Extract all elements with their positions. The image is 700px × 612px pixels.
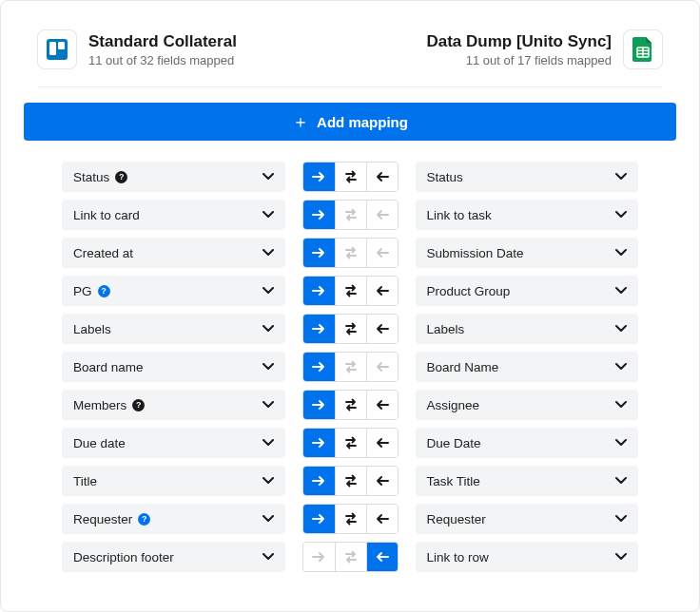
left-field-select[interactable]: Title	[62, 466, 285, 496]
right-field-select[interactable]: Due Date	[416, 428, 639, 458]
left-tool-subtitle: 11 out of 32 fields mapped	[88, 53, 237, 67]
right-field-label: Labels	[427, 322, 465, 336]
chevron-down-icon	[262, 287, 274, 295]
direction-right-button[interactable]	[303, 391, 335, 419]
chevron-down-icon	[262, 553, 274, 561]
info-badge-icon[interactable]: ?	[98, 285, 110, 297]
right-tool-subtitle: 11 out of 17 fields mapped	[426, 53, 612, 67]
right-field-label: Task Title	[427, 474, 480, 488]
left-field-label: Board name	[73, 360, 144, 374]
direction-left-button	[366, 353, 398, 381]
chevron-down-icon	[615, 249, 627, 257]
right-field-label: Link to row	[427, 550, 489, 564]
left-field-select[interactable]: Requester?	[62, 504, 285, 534]
chevron-down-icon	[615, 515, 627, 523]
chevron-down-icon	[262, 477, 274, 485]
mapping-row: Members?Assignee	[62, 390, 638, 420]
direction-right-button	[303, 543, 335, 571]
direction-right-button[interactable]	[303, 201, 335, 229]
left-field-select[interactable]: Board name	[62, 352, 285, 382]
header-right: Data Dump [Unito Sync] 11 out of 17 fiel…	[426, 29, 663, 69]
chevron-down-icon	[262, 439, 274, 447]
direction-right-button[interactable]	[303, 277, 335, 305]
info-badge-icon[interactable]: ?	[115, 171, 127, 183]
direction-both-button[interactable]	[335, 467, 366, 495]
direction-left-button[interactable]	[366, 543, 398, 571]
mapping-row: Status?Status	[62, 162, 638, 192]
chevron-down-icon	[615, 401, 627, 409]
right-field-select[interactable]: Link to task	[416, 200, 639, 230]
right-field-select[interactable]: Submission Date	[416, 238, 639, 268]
right-field-select[interactable]: Labels	[416, 314, 639, 344]
direction-toggle	[302, 466, 399, 496]
left-field-label: Created at	[73, 246, 133, 260]
direction-left-button[interactable]	[366, 467, 398, 495]
direction-both-button[interactable]	[335, 505, 366, 533]
direction-right-button[interactable]	[303, 505, 335, 533]
right-field-select[interactable]: Link to row	[416, 542, 639, 572]
direction-right-button[interactable]	[303, 467, 335, 495]
mapping-row: PG?Product Group	[62, 276, 638, 306]
direction-toggle	[302, 314, 399, 344]
direction-right-button[interactable]	[303, 315, 335, 343]
direction-left-button[interactable]	[366, 391, 398, 419]
direction-right-button[interactable]	[303, 239, 335, 267]
left-field-label: Members	[73, 398, 126, 412]
direction-both-button[interactable]	[335, 315, 366, 343]
add-mapping-label: Add mapping	[317, 114, 408, 130]
google-sheets-icon	[623, 29, 663, 69]
direction-both-button[interactable]	[335, 163, 366, 191]
direction-left-button[interactable]	[366, 163, 398, 191]
direction-left-button[interactable]	[366, 315, 398, 343]
plus-icon: ＋	[292, 113, 309, 130]
right-field-select[interactable]: Requester	[416, 504, 639, 534]
direction-left-button[interactable]	[366, 429, 398, 457]
right-field-select[interactable]: Status	[416, 162, 639, 192]
chevron-down-icon	[615, 287, 627, 295]
info-badge-icon[interactable]: ?	[138, 513, 150, 526]
left-field-select[interactable]: Link to card	[62, 200, 285, 230]
direction-right-button[interactable]	[303, 353, 335, 381]
right-field-select[interactable]: Board Name	[416, 352, 639, 382]
left-field-select[interactable]: Status?	[62, 162, 285, 192]
info-badge-icon[interactable]: ?	[132, 399, 145, 411]
direction-left-button	[366, 239, 398, 267]
chevron-down-icon	[262, 325, 274, 333]
mapping-row: Board nameBoard Name	[62, 352, 638, 382]
direction-right-button[interactable]	[303, 163, 335, 191]
direction-both-button[interactable]	[335, 429, 366, 457]
chevron-down-icon	[262, 211, 274, 219]
direction-both-button[interactable]	[335, 277, 366, 305]
right-field-select[interactable]: Assignee	[416, 390, 639, 420]
direction-toggle	[302, 428, 399, 458]
direction-left-button	[366, 201, 398, 229]
direction-toggle	[302, 238, 399, 268]
mapping-row: Created atSubmission Date	[62, 238, 638, 268]
chevron-down-icon	[262, 173, 274, 181]
direction-toggle	[302, 162, 399, 192]
chevron-down-icon	[262, 515, 274, 523]
svg-rect-1	[49, 42, 56, 55]
right-field-select[interactable]: Task Title	[416, 466, 639, 496]
direction-both-button[interactable]	[335, 391, 366, 419]
add-mapping-button[interactable]: ＋ Add mapping	[24, 103, 676, 141]
chevron-down-icon	[615, 553, 627, 561]
direction-both-button	[335, 239, 366, 267]
mapping-panel: Standard Collateral 11 out of 32 fields …	[0, 0, 700, 612]
left-field-select[interactable]: Created at	[62, 238, 285, 268]
mapping-rows: Status?StatusLink to cardLink to taskCre…	[24, 162, 676, 572]
direction-right-button[interactable]	[303, 429, 335, 457]
right-field-select[interactable]: Product Group	[416, 276, 639, 306]
right-field-label: Board Name	[427, 360, 499, 374]
left-field-label: Due date	[73, 436, 126, 450]
left-field-select[interactable]: Labels	[62, 314, 285, 344]
chevron-down-icon	[615, 363, 627, 371]
direction-left-button[interactable]	[366, 277, 398, 305]
left-field-select[interactable]: Description footer	[62, 542, 285, 572]
chevron-down-icon	[615, 477, 627, 485]
left-field-select[interactable]: Members?	[62, 390, 285, 420]
direction-both-button	[335, 543, 366, 571]
left-field-select[interactable]: PG?	[62, 276, 285, 306]
left-field-select[interactable]: Due date	[62, 428, 285, 458]
direction-left-button[interactable]	[366, 505, 398, 533]
